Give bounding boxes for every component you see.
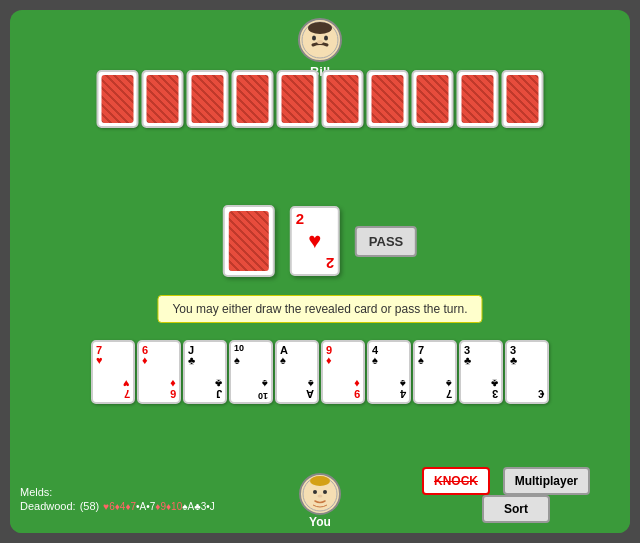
you-area: You (299, 473, 341, 529)
sort-button[interactable]: Sort (482, 495, 550, 523)
player-card-6d[interactable]: 6 ♦ 6 ♦ (137, 340, 181, 404)
bill-card-10 (502, 70, 544, 128)
svg-point-3 (324, 36, 328, 41)
svg-point-4 (317, 40, 323, 44)
svg-point-2 (312, 36, 316, 41)
svg-point-7 (313, 490, 317, 494)
player-card-9d[interactable]: 9 ♦ 9 ♦ (321, 340, 365, 404)
bill-card-6 (322, 70, 364, 128)
player-card-7s[interactable]: 7 ♠ 7 ♠ (413, 340, 457, 404)
bill-card-5 (277, 70, 319, 128)
info-message: You may either draw the revealed card or… (157, 295, 482, 323)
deadwood-label: Deadwood: (20, 500, 76, 512)
deadwood-score: (58) (80, 500, 100, 512)
bill-card-1 (97, 70, 139, 128)
multiplayer-button[interactable]: Multiplayer (503, 467, 590, 495)
player-card-extra[interactable]: 3 ♣ € (505, 340, 549, 404)
bill-card-7 (367, 70, 409, 128)
player-card-as[interactable]: A ♠ A ♠ (275, 340, 319, 404)
player-card-10s[interactable]: 10 ♠ 10 ♠ (229, 340, 273, 404)
deadwood-cards: ♥6♦4♦7•A•7♦9♦10♠A♣3•J (103, 501, 215, 512)
you-label: You (309, 515, 331, 529)
svg-point-8 (323, 490, 327, 494)
player-card-7h[interactable]: 7 ♥ 7 ♥ (91, 340, 135, 404)
pass-button[interactable]: PASS (355, 226, 417, 257)
svg-point-1 (308, 22, 332, 34)
svg-point-9 (318, 495, 323, 498)
bill-card-9 (457, 70, 499, 128)
bill-avatar (298, 18, 342, 62)
melds-label: Melds: (20, 486, 280, 498)
deck-card[interactable] (223, 205, 275, 277)
player-card-3c[interactable]: 3 ♣ 3 ♣ (459, 340, 503, 404)
bill-card-3 (187, 70, 229, 128)
player-card-4s[interactable]: 4 ♠ 4 ♠ (367, 340, 411, 404)
svg-point-6 (310, 476, 330, 486)
player-card-jc[interactable]: J ♣ J ♣ (183, 340, 227, 404)
knock-button[interactable]: KNOCK (422, 467, 490, 495)
bill-card-2 (142, 70, 184, 128)
game-container: Bill 2 ♥ 2 PASS You may either draw the … (10, 10, 630, 533)
player-hand: 7 ♥ 7 ♥ 6 ♦ 6 ♦ J ♣ J ♣ 10 ♠ 10 ♠ A ♠ (91, 340, 549, 404)
bill-hand (97, 70, 544, 128)
play-area: 2 ♥ 2 PASS (223, 205, 417, 277)
bill-card-8 (412, 70, 454, 128)
you-avatar (299, 473, 341, 515)
bill-card-4 (232, 70, 274, 128)
discard-card[interactable]: 2 ♥ 2 (290, 206, 340, 276)
